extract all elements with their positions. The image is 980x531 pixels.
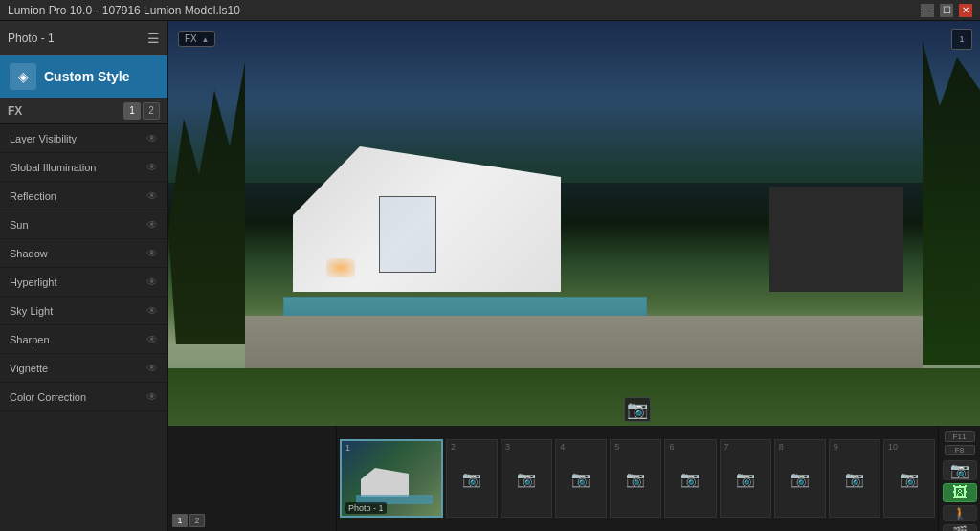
fx-bar: FX 1 2 [0,98,167,124]
eye-icon: 👁 [146,161,158,174]
eye-icon: 👁 [146,189,158,203]
filmstrip-container: 1 Photo - 1 2 📷 3 📷 4 📷 [337,426,938,531]
fx-tab-2[interactable]: 2 [143,102,160,120]
page-buttons: 1 2 [172,514,332,527]
fx-item-name: Hyperlight [10,277,57,288]
filmstrip-cell-2[interactable]: 2 📷 [446,439,498,518]
window-glass [379,196,436,273]
filmstrip-cell-8[interactable]: 8 📷 [774,439,826,518]
corner-badge: 1 [951,29,972,50]
photo-capture-button[interactable]: 📷 [943,460,977,480]
viewport-area: FX ▲ 1 Updating preview 15/16 ⇔ 📷 − 9.97… [168,21,980,426]
filmstrip-cell-4[interactable]: 4 📷 [555,439,607,518]
filmstrip-cell-6[interactable]: 6 📷 [664,439,716,518]
minimize-button[interactable]: — [921,4,934,17]
cell-label-1: Photo - 1 [345,502,387,514]
close-button[interactable]: ✕ [959,4,972,17]
fx-item-name: Sky Light [10,305,53,317]
filmstrip-cell-3[interactable]: 3 📷 [501,439,552,518]
bottom-right-toolbar: F11 F8 📷 🖼 🚶 🎬 💾 ? [938,426,980,531]
trees-right [923,41,980,365]
fx-item-sky-light[interactable]: Sky Light 👁 [0,297,167,325]
main-layout: Photo - 1 ☰ ◈ Custom Style FX 1 2 Layer … [0,21,980,531]
panel-header: Photo - 1 ☰ [0,21,167,55]
filmstrip-cell-10[interactable]: 10 📷 [883,439,935,518]
fx-item-name: Color Correction [10,391,86,403]
light-glow [326,258,355,277]
f8-button[interactable]: F8 [945,445,975,455]
filmstrip-cell-1[interactable]: 1 Photo - 1 [340,439,443,518]
fx-item-name: Shadow [10,248,48,259]
fx-item-name: Sun [10,219,29,231]
page-1-button[interactable]: 1 [172,514,188,527]
eye-icon: 👁 [146,247,158,260]
fx-item-color-correction[interactable]: Color Correction 👁 [0,383,167,411]
bottom-section: 1 2 📷 1 Phot [168,426,980,531]
custom-style-label: Custom Style [44,69,129,84]
person-button[interactable]: 🚶 [943,505,977,521]
fx-item-global-illumination[interactable]: Global Illumination 👁 [0,153,167,182]
maximize-button[interactable]: ☐ [940,4,953,17]
bottom-left-panel: 1 2 [168,426,337,531]
gallery-button[interactable]: 🖼 [943,483,977,502]
patio [245,316,923,373]
fx-tabs: 1 2 [123,102,160,120]
eye-icon: 👁 [146,333,158,346]
filmstrip-area: 📷 1 Photo - 1 2 [337,426,938,531]
fx-item-name: Layer Visibility [10,133,77,144]
window-title: Lumion Pro 10.0 - 107916 Lumion Model.ls… [8,4,240,17]
fx-item-shadow[interactable]: Shadow 👁 [0,239,167,268]
eye-icon: 👁 [146,218,158,232]
fx-item-hyperlight[interactable]: Hyperlight 👁 [0,268,167,297]
fx-item-name: Vignette [10,363,48,374]
custom-style-icon: ◈ [10,63,36,90]
fx-item-sharpen[interactable]: Sharpen 👁 [0,325,167,354]
fx-item-name: Sharpen [10,334,50,345]
grass [168,368,980,426]
center-area: FX ▲ 1 Updating preview 15/16 ⇔ 📷 − 9.97… [168,21,980,531]
fx-list: Layer Visibility 👁 Global Illumination 👁… [0,124,167,531]
fx-label: FX [8,104,22,118]
title-bar: Lumion Pro 10.0 - 107916 Lumion Model.ls… [0,0,980,21]
f11-button[interactable]: F11 [945,431,975,442]
fx-badge: FX ▲ [178,31,215,47]
page-2-button[interactable]: 2 [189,514,205,527]
house-dark [769,187,903,292]
panel-menu-icon[interactable]: ☰ [147,31,160,46]
filmstrip-camera-button[interactable]: 📷 [624,397,651,422]
viewport[interactable]: FX ▲ 1 Updating preview 15/16 ⇔ 📷 − 9.97… [168,21,980,426]
cell-number-1: 1 [345,443,350,453]
fx-item-layer-visibility[interactable]: Layer Visibility 👁 [0,124,167,153]
left-panel: Photo - 1 ☰ ◈ Custom Style FX 1 2 Layer … [0,21,168,531]
render-background [168,21,980,426]
fx-item-reflection[interactable]: Reflection 👁 [0,182,167,210]
filmstrip-cell-7[interactable]: 7 📷 [720,439,771,518]
custom-style-header[interactable]: ◈ Custom Style [0,55,167,98]
filmstrip-cell-9[interactable]: 9 📷 [829,439,880,518]
eye-icon: 👁 [146,276,158,289]
fx-item-name: Reflection [10,190,56,202]
filmstrip-cell-5[interactable]: 5 📷 [610,439,661,518]
sky-layer [168,21,980,183]
eye-icon: 👁 [146,362,158,375]
fx-item-sun[interactable]: Sun 👁 [0,210,167,239]
eye-icon: 👁 [146,132,158,145]
fx-tab-1[interactable]: 1 [123,102,141,120]
window-controls[interactable]: — ☐ ✕ [921,4,972,17]
eye-icon: 👁 [146,390,158,404]
eye-icon: 👁 [146,304,158,318]
fx-item-name: Global Illumination [10,162,97,173]
fx-item-vignette[interactable]: Vignette 👁 [0,354,167,383]
film-button[interactable]: 🎬 [943,524,977,531]
panel-title: Photo - 1 [8,32,55,45]
